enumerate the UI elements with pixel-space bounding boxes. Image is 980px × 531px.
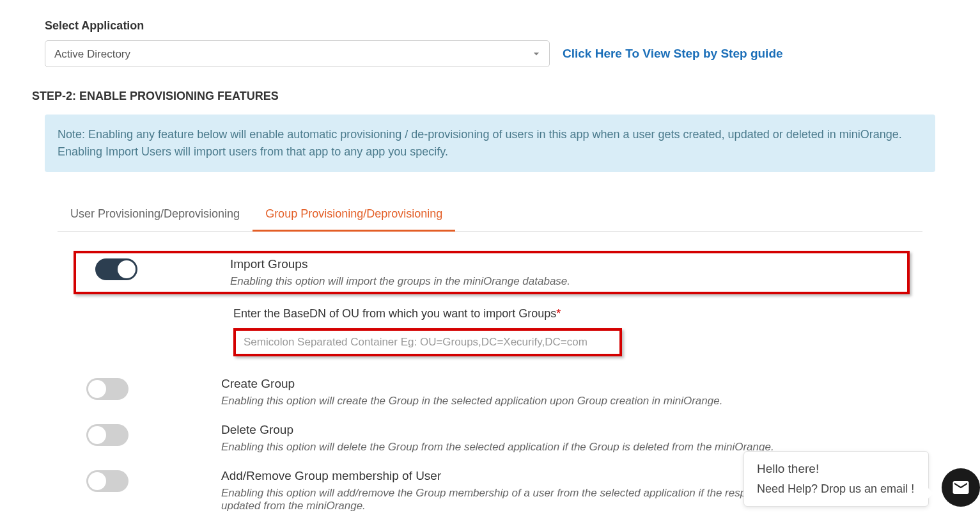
basedn-input[interactable] — [233, 328, 622, 356]
tab-user-provisioning[interactable]: User Provisioning/Deprovisioning — [58, 198, 253, 232]
add-remove-membership-toggle[interactable] — [86, 470, 128, 492]
application-select[interactable]: Active Directory — [45, 40, 550, 67]
create-group-desc: Enabling this option will create the Gro… — [221, 395, 910, 408]
delete-group-toggle[interactable] — [86, 424, 128, 446]
chat-need-text: Need Help? Drop us an email ! — [757, 482, 915, 496]
import-groups-highlight: Import Groups Enabling this option will … — [74, 251, 910, 294]
step-by-step-guide-link[interactable]: Click Here To View Step by Step guide — [563, 47, 783, 61]
chat-icon[interactable] — [942, 468, 980, 507]
import-groups-title: Import Groups — [230, 257, 901, 271]
import-groups-toggle[interactable] — [95, 258, 137, 280]
basedn-label: Enter the BaseDN of OU from which you wa… — [233, 307, 910, 321]
chat-help-bubble[interactable]: Hello there! Need Help? Drop us an email… — [743, 451, 929, 507]
provisioning-note: Note: Enabling any feature below will en… — [45, 115, 935, 172]
tab-group-provisioning[interactable]: Group Provisioning/Deprovisioning — [253, 198, 455, 232]
create-group-toggle[interactable] — [86, 378, 128, 400]
step2-heading: STEP-2: ENABLE PROVISIONING FEATURES — [32, 90, 948, 103]
import-groups-desc: Enabling this option will import the gro… — [230, 275, 901, 288]
chat-hello-text: Hello there! — [757, 462, 915, 476]
tabs: User Provisioning/Deprovisioning Group P… — [58, 198, 922, 232]
create-group-title: Create Group — [221, 377, 910, 391]
delete-group-title: Delete Group — [221, 423, 910, 437]
select-application-label: Select Application — [45, 19, 948, 33]
